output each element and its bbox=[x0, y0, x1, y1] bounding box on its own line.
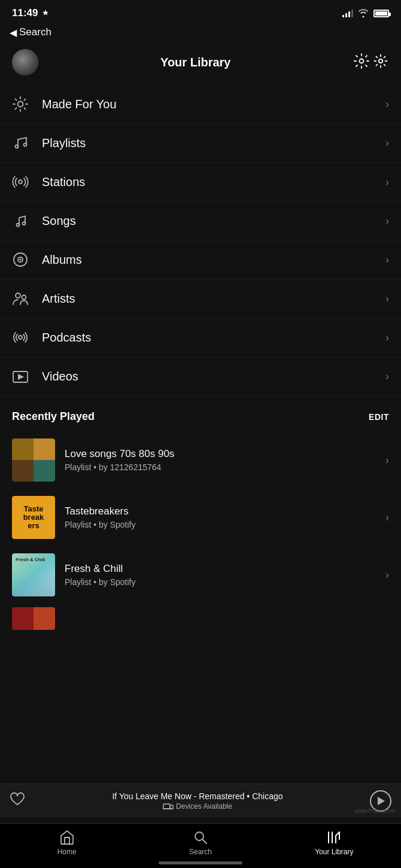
partial-thumb bbox=[12, 607, 55, 630]
now-playing-title: If You Leave Me Now - Remastered • Chica… bbox=[32, 791, 363, 801]
svg-point-20 bbox=[16, 293, 20, 298]
heart-icon bbox=[10, 792, 25, 806]
search-icon bbox=[193, 830, 208, 845]
nav-item-search[interactable]: Search bbox=[133, 830, 267, 856]
playlist-info-fresh-chill: Fresh & Chill Playlist • by Spotify bbox=[65, 563, 381, 587]
list-item-fresh-chill[interactable]: Fresh & Chill Fresh & Chill Playlist • b… bbox=[0, 546, 401, 604]
nav-label-library: Your Library bbox=[315, 848, 353, 856]
playlist-thumb-fresh-chill: Fresh & Chill bbox=[12, 553, 55, 596]
chevron-icon: › bbox=[385, 454, 389, 467]
collage-q4 bbox=[34, 460, 55, 482]
devices-label: Devices Available bbox=[176, 802, 232, 811]
menu-item-made-for-you[interactable]: Made For You › bbox=[0, 85, 401, 124]
menu-item-stations[interactable]: Stations › bbox=[0, 163, 401, 202]
menu-item-podcasts[interactable]: Podcasts › bbox=[0, 318, 401, 357]
section-title: Recently Played bbox=[12, 410, 95, 423]
page-title: Your Library bbox=[38, 56, 353, 69]
svg-point-21 bbox=[22, 296, 26, 300]
location-icon bbox=[41, 9, 50, 17]
avatar[interactable] bbox=[12, 49, 38, 75]
svg-point-12 bbox=[16, 145, 19, 148]
list-item-love-songs[interactable]: Love songs 70s 80s 90s Playlist • by 121… bbox=[0, 431, 401, 489]
now-playing-bar[interactable]: If You Leave Me Now - Remastered • Chica… bbox=[0, 784, 401, 818]
collage-q1 bbox=[12, 438, 34, 460]
nav-label-home: Home bbox=[57, 848, 77, 856]
library-icon bbox=[326, 830, 342, 845]
svg-point-14 bbox=[19, 180, 22, 184]
avatar-image bbox=[12, 49, 38, 75]
svg-rect-26 bbox=[170, 805, 173, 809]
menu-label-artists: Artists bbox=[42, 292, 385, 306]
menu-item-songs[interactable]: Songs › bbox=[0, 202, 401, 240]
svg-line-11 bbox=[24, 99, 25, 100]
podcast-icon bbox=[12, 329, 42, 346]
list-item-partial[interactable] bbox=[0, 604, 401, 634]
chevron-icon: › bbox=[385, 254, 389, 266]
tastebreakers-thumb-text: Tastebreakers bbox=[23, 505, 44, 531]
svg-marker-24 bbox=[18, 374, 24, 380]
nav-item-library[interactable]: Your Library bbox=[268, 830, 401, 856]
chevron-icon: › bbox=[385, 137, 389, 150]
nav-label-search: Search bbox=[189, 848, 212, 856]
gear-icon-actual bbox=[372, 53, 389, 69]
radio-icon bbox=[12, 173, 42, 190]
partial-half2 bbox=[34, 607, 55, 630]
gear-icon bbox=[353, 53, 370, 69]
settings-button[interactable] bbox=[353, 53, 389, 72]
music-notes-icon bbox=[12, 135, 42, 151]
collage-q2 bbox=[34, 438, 55, 460]
svg-point-1 bbox=[379, 59, 382, 63]
back-label: Search bbox=[19, 26, 51, 38]
playlist-info-love-songs: Love songs 70s 80s 90s Playlist • by 121… bbox=[65, 448, 381, 472]
svg-point-16 bbox=[23, 222, 26, 225]
menu-label-albums: Albums bbox=[42, 253, 385, 267]
disc-icon bbox=[12, 251, 42, 268]
playlist-meta: Playlist • by 12126215764 bbox=[65, 462, 381, 472]
menu-label-podcasts: Podcasts bbox=[42, 331, 385, 345]
playlist-info-tastebreakers: Tastebreakers Playlist • by Spotify bbox=[65, 505, 381, 529]
nav-item-home[interactable]: Home bbox=[0, 830, 133, 856]
back-link[interactable]: ◀ Search bbox=[10, 26, 389, 38]
menu-item-artists[interactable]: Artists › bbox=[0, 279, 401, 318]
back-navigation[interactable]: ◀ Search bbox=[0, 24, 401, 44]
fresh-chill-thumb: Fresh & Chill bbox=[12, 553, 55, 596]
playlist-name: Fresh & Chill bbox=[65, 563, 381, 575]
play-icon bbox=[378, 797, 385, 805]
signal-icon bbox=[342, 9, 353, 17]
chevron-icon: › bbox=[385, 176, 389, 188]
time-display: 11:49 bbox=[12, 7, 38, 19]
partial-half1 bbox=[12, 607, 34, 630]
sun-icon bbox=[12, 96, 42, 112]
svg-point-0 bbox=[359, 59, 363, 63]
library-menu: Made For You › Playlists › Stations › bbox=[0, 85, 401, 396]
menu-label-videos: Videos bbox=[42, 370, 385, 383]
svg-line-10 bbox=[16, 108, 17, 109]
chevron-icon: › bbox=[385, 331, 389, 344]
status-time: 11:49 bbox=[12, 7, 50, 19]
chevron-icon: › bbox=[385, 569, 389, 581]
menu-item-albums[interactable]: Albums › bbox=[0, 240, 401, 279]
menu-label-songs: Songs bbox=[42, 214, 385, 228]
playlist-thumb-love-songs bbox=[12, 438, 55, 482]
chevron-icon: › bbox=[385, 98, 389, 111]
svg-line-8 bbox=[16, 99, 17, 100]
status-bar: 11:49 bbox=[0, 0, 401, 24]
svg-point-15 bbox=[17, 224, 20, 227]
svg-point-3 bbox=[18, 102, 23, 107]
status-icons bbox=[342, 9, 389, 17]
home-indicator bbox=[159, 861, 242, 864]
menu-label-playlists: Playlists bbox=[42, 136, 385, 150]
menu-item-playlists[interactable]: Playlists › bbox=[0, 124, 401, 163]
heart-button[interactable] bbox=[10, 792, 25, 810]
menu-item-videos[interactable]: Videos › bbox=[0, 357, 401, 396]
svg-line-9 bbox=[24, 108, 25, 109]
chevron-icon: › bbox=[385, 215, 389, 227]
list-item-tastebreakers[interactable]: Tastebreakers Tastebreakers Playlist • b… bbox=[0, 489, 401, 546]
menu-label-stations: Stations bbox=[42, 175, 385, 189]
svg-point-22 bbox=[19, 336, 22, 339]
collage-q3 bbox=[12, 460, 34, 482]
now-playing-subtitle: Devices Available bbox=[32, 802, 363, 811]
edit-button[interactable]: EDIT bbox=[369, 412, 389, 422]
battery-icon bbox=[373, 10, 389, 17]
playlist-meta: Playlist • by Spotify bbox=[65, 577, 381, 587]
